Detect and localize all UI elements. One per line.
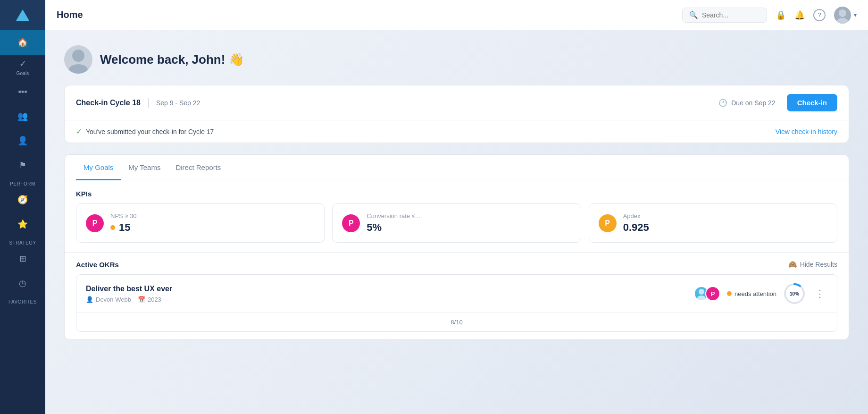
sidebar-item-metrics[interactable]: ▪▪▪: [0, 79, 45, 104]
kpi-label-conversion: Conversion rate ≤ ...: [367, 212, 422, 220]
check-submitted-icon: ✓: [76, 127, 82, 136]
main-content: Welcome back, John! 👋 Check-in Cycle 18 …: [45, 30, 868, 414]
sidebar-item-team[interactable]: 👥: [0, 104, 45, 128]
search-input[interactable]: [702, 11, 759, 19]
sidebar-item-star[interactable]: ⭐: [0, 212, 45, 237]
avatar-letter: P: [711, 290, 715, 297]
hide-results-label: Hide Results: [800, 261, 837, 268]
okr-year: 📅 2023: [138, 296, 161, 303]
user-avatar: [834, 7, 851, 24]
tab-my-goals[interactable]: My Goals: [76, 155, 121, 180]
sidebar-logo: [0, 0, 45, 30]
checkin-divider: [148, 98, 149, 108]
okr-avatars: P: [694, 286, 720, 301]
okr-actions: P needs attention: [694, 282, 827, 305]
kpi-badge-nps: P: [86, 214, 104, 232]
hide-results-button[interactable]: 🙈 Hide Results: [788, 260, 837, 269]
user-avatar-wrapper[interactable]: ▾: [834, 7, 857, 24]
okr-meta: 👤 Devon Webb 📅 2023: [86, 296, 688, 303]
okr-status: needs attention: [727, 290, 776, 297]
okr-section-title: Active OKRs: [76, 261, 119, 269]
okr-goal-info: Deliver the best UX ever 👤 Devon Webb 📅 …: [86, 285, 688, 303]
kpis-section-header: KPIs: [65, 180, 849, 203]
team-icon: 👥: [17, 111, 28, 121]
goals-card: My Goals My Teams Direct Reports KPIs P …: [64, 154, 849, 340]
main-wrapper: Home 🔍 🔒 🔔 ? ▾ Welcome back, John! 👋: [45, 0, 868, 414]
tabs-row: My Goals My Teams Direct Reports: [65, 155, 849, 180]
due-label: Due on Sep 22: [731, 99, 775, 107]
flag-icon: ⚑: [19, 160, 26, 170]
hide-icon: 🙈: [788, 260, 797, 269]
kpi-label-nps: NPS ≥ 30: [110, 212, 137, 220]
okr-header: Active OKRs 🙈 Hide Results: [65, 252, 849, 274]
checkin-bottom: ✓ You've submitted your check-in for Cyc…: [65, 120, 849, 143]
sidebar-item-home[interactable]: 🏠: [0, 30, 45, 55]
sidebar-item-chart[interactable]: ◷: [0, 271, 45, 296]
help-icon[interactable]: ?: [813, 9, 826, 21]
favorites-section-label: Favorites: [0, 296, 45, 305]
status-dot: [727, 291, 732, 296]
kpi-value-apdex: 0.925: [623, 221, 649, 234]
sidebar-item-goals-check[interactable]: ✓ Goals: [0, 55, 45, 79]
welcome-section: Welcome back, John! 👋: [64, 45, 849, 74]
svg-point-2: [72, 50, 84, 62]
kpi-value-row-nps: 15: [110, 221, 137, 234]
svg-point-5: [697, 296, 706, 300]
sidebar-goals-label: Goals: [16, 71, 29, 76]
sidebar-item-compass[interactable]: 🧭: [0, 187, 45, 212]
avatar-2: P: [705, 286, 720, 301]
checkin-button[interactable]: Check-in: [787, 94, 837, 111]
avatar-chevron: ▾: [854, 12, 857, 18]
okr-bottom: 8/10: [76, 313, 837, 331]
star-icon: ⭐: [17, 219, 28, 229]
svg-point-4: [699, 289, 704, 295]
checkin-card: Check-in Cycle 18 Sep 9 - Sep 22 🕐 Due o…: [64, 85, 849, 143]
page-title: Home: [57, 9, 682, 20]
checkin-due: 🕐 Due on Sep 22 Check-in: [718, 94, 837, 111]
compass-icon: 🧭: [17, 194, 28, 205]
okr-main-row: Deliver the best UX ever 👤 Devon Webb 📅 …: [76, 275, 837, 313]
sidebar: 🏠 ✓ Goals ▪▪▪ 👥 👤 ⚑ Perform 🧭 ⭐ Strategy…: [0, 0, 45, 414]
home-icon: 🏠: [17, 37, 28, 48]
kpi-row: P NPS ≥ 30 15 P: [65, 203, 849, 252]
welcome-text: Welcome back, John! 👋: [100, 52, 244, 67]
calendar-icon: 📅: [138, 296, 145, 303]
checkin-dates: Sep 9 - Sep 22: [156, 99, 200, 107]
person-icon: 👤: [17, 135, 28, 146]
kpi-badge-apdex: P: [599, 214, 617, 232]
okr-progress-circle: 10%: [783, 282, 806, 305]
kpi-value-row-apdex: 0.925: [623, 221, 649, 234]
kpi-value-nps: 15: [119, 221, 130, 234]
perform-section-label: Perform: [0, 177, 45, 187]
status-label: needs attention: [734, 290, 776, 297]
search-box[interactable]: 🔍: [682, 8, 767, 23]
owner-icon: 👤: [86, 296, 93, 303]
tab-direct-reports[interactable]: Direct Reports: [168, 155, 228, 180]
checkin-top: Check-in Cycle 18 Sep 9 - Sep 22 🕐 Due o…: [65, 85, 849, 120]
hierarchy-icon: ⊞: [19, 253, 26, 264]
bell-icon[interactable]: 🔔: [794, 10, 805, 20]
kpi-card-nps: P NPS ≥ 30 15: [76, 203, 325, 243]
sidebar-item-person[interactable]: 👤: [0, 128, 45, 153]
progress-label: 10%: [790, 291, 799, 296]
lock-icon[interactable]: 🔒: [776, 10, 786, 20]
owner-name: Devon Webb: [96, 296, 131, 303]
sidebar-item-flag[interactable]: ⚑: [0, 153, 45, 177]
tab-my-teams[interactable]: My Teams: [121, 155, 168, 180]
kpi-dot-nps: [110, 225, 115, 230]
okr-item-ux: Deliver the best UX ever 👤 Devon Webb 📅 …: [76, 274, 837, 332]
view-history-link[interactable]: View check-in history: [776, 128, 837, 135]
kpi-label-apdex: Apdex: [623, 212, 649, 220]
svg-point-0: [839, 9, 846, 17]
kpi-card-apdex: P Apdex 0.925: [589, 203, 837, 243]
strategy-section-label: Strategy: [0, 237, 45, 246]
okr-more-button[interactable]: ⋮: [812, 286, 827, 301]
topbar: Home 🔍 🔒 🔔 ? ▾: [45, 0, 868, 30]
kpi-value-conversion: 5%: [367, 221, 382, 234]
checkin-cycle-title: Check-in Cycle 18: [76, 99, 141, 107]
logo-icon: [16, 9, 29, 21]
kpi-card-conversion: P Conversion rate ≤ ... 5%: [332, 203, 581, 243]
sidebar-item-hierarchy[interactable]: ⊞: [0, 246, 45, 271]
okr-goal-name: Deliver the best UX ever: [86, 285, 688, 293]
okr-owner: 👤 Devon Webb: [86, 296, 131, 303]
